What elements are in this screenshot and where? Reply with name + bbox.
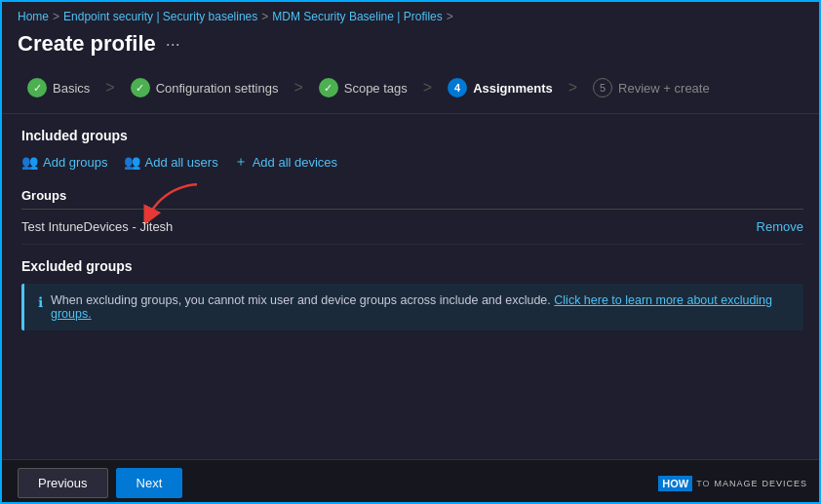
step-assignments[interactable]: 4 Assignments xyxy=(438,74,563,101)
excluded-groups-title: Excluded groups xyxy=(21,258,803,274)
step-sep-4: > xyxy=(567,79,579,97)
logo-how: HOW xyxy=(658,476,692,491)
arrow-container: Test IntuneDevices - Jitesh Remove xyxy=(21,210,803,245)
add-all-devices-label: Add all devices xyxy=(253,155,337,170)
breadcrumb-sep-2: > xyxy=(261,10,268,23)
footer: Previous Next HOW TO MANAGE DEVICES xyxy=(2,459,821,504)
main-content: Included groups 👥 Add groups 👥 Add all u… xyxy=(2,114,821,459)
step-sep-3: > xyxy=(421,79,434,97)
breadcrumb-sep-3: > xyxy=(447,10,453,23)
action-bar: 👥 Add groups 👥 Add all users ＋ Add all d… xyxy=(21,153,803,171)
info-box: ℹ When excluding groups, you cannot mix … xyxy=(21,284,803,330)
footer-logo: HOW TO MANAGE DEVICES xyxy=(658,476,807,491)
groups-table-header: Groups xyxy=(21,182,803,210)
add-devices-icon: ＋ xyxy=(234,153,248,171)
app-container: Home > Endpoint security | Security base… xyxy=(2,2,821,504)
step-sep-2: > xyxy=(292,79,304,97)
logo-manage: MANAGE xyxy=(714,479,758,488)
step-review-label: Review + create xyxy=(618,81,710,96)
breadcrumb-home[interactable]: Home xyxy=(18,10,49,23)
step-basics-icon: ✓ xyxy=(27,78,47,97)
page-header: Create profile ··· xyxy=(2,27,821,66)
step-assignments-icon: 4 xyxy=(448,78,467,97)
add-all-users-button[interactable]: 👥 Add all users xyxy=(124,154,218,170)
add-groups-label: Add groups xyxy=(43,155,108,170)
add-all-devices-button[interactable]: ＋ Add all devices xyxy=(234,153,337,171)
step-review: 5 Review + create xyxy=(583,74,720,101)
breadcrumb: Home > Endpoint security | Security base… xyxy=(2,2,821,27)
step-sep-1: > xyxy=(103,79,116,97)
logo-devices: DEVICES xyxy=(762,479,807,488)
add-all-users-label: Add all users xyxy=(145,155,218,170)
step-basics[interactable]: ✓ Basics xyxy=(18,74,99,101)
logo-to: TO xyxy=(696,479,710,488)
step-assignments-label: Assignments xyxy=(473,81,553,96)
included-groups-title: Included groups xyxy=(21,128,803,143)
step-basics-label: Basics xyxy=(53,81,90,96)
add-users-icon: 👥 xyxy=(124,154,140,170)
step-config[interactable]: ✓ Configuration settings xyxy=(121,74,289,101)
wizard-steps: ✓ Basics > ✓ Configuration settings > ✓ … xyxy=(2,66,821,114)
breadcrumb-security[interactable]: Endpoint security | Security baselines xyxy=(63,10,257,23)
step-scope-label: Scope tags xyxy=(344,81,408,96)
add-groups-button[interactable]: 👥 Add groups xyxy=(21,154,108,170)
next-button[interactable]: Next xyxy=(116,468,183,498)
page-title: Create profile xyxy=(18,31,156,57)
step-scope-icon: ✓ xyxy=(319,78,338,97)
add-groups-icon: 👥 xyxy=(21,154,38,170)
breadcrumb-profiles[interactable]: MDM Security Baseline | Profiles xyxy=(272,10,443,23)
step-review-icon: 5 xyxy=(593,78,612,97)
group-name: Test IntuneDevices - Jitesh xyxy=(21,219,173,234)
footer-buttons: Previous Next xyxy=(18,468,182,498)
info-text: When excluding groups, you cannot mix us… xyxy=(51,293,790,321)
step-config-icon: ✓ xyxy=(131,78,150,97)
step-config-label: Configuration settings xyxy=(156,81,279,96)
remove-button[interactable]: Remove xyxy=(757,219,803,234)
step-scope[interactable]: ✓ Scope tags xyxy=(309,74,417,101)
previous-button[interactable]: Previous xyxy=(18,468,108,498)
breadcrumb-sep-1: > xyxy=(53,10,59,23)
page-menu-icon[interactable]: ··· xyxy=(166,34,180,55)
info-icon: ℹ xyxy=(38,294,43,310)
table-row: Test IntuneDevices - Jitesh Remove xyxy=(21,210,803,245)
